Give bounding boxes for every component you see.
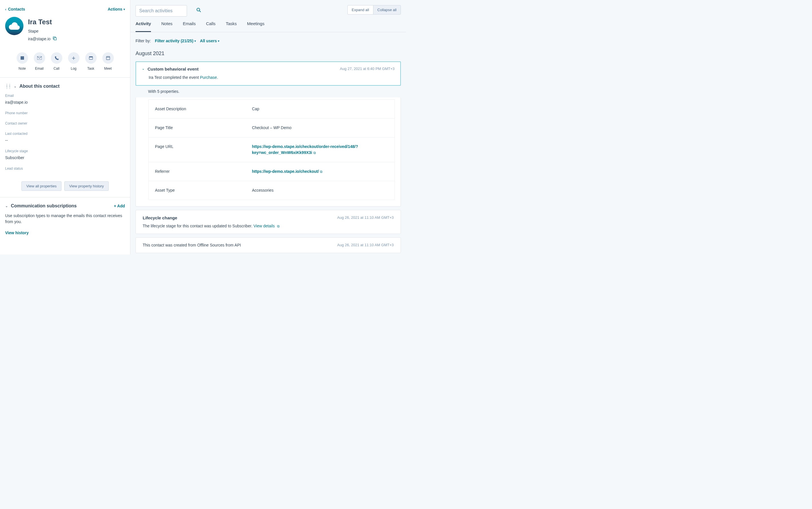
phone-field-label: Phone number	[5, 110, 125, 116]
expand-all-button[interactable]: Expand all	[347, 5, 373, 14]
comm-description: Use subscription types to manage the ema…	[0, 213, 130, 230]
contact-email: ira@stape.io	[28, 36, 51, 42]
leadstatus-field-label: Lead status	[5, 166, 125, 171]
svg-line-10	[199, 11, 201, 12]
about-section-toggle[interactable]: ⋮⋮⋮⋮ ⌄ About this contact	[0, 78, 130, 93]
lifecycle-field-value: Subscriber	[5, 155, 125, 161]
task-action[interactable]: Task	[85, 52, 97, 71]
property-link[interactable]: https://wp-demo.stape.io/checkout/order-…	[252, 144, 358, 155]
activity-panel: Expand all Collapse all Activity Notes E…	[130, 0, 406, 254]
email-icon	[37, 56, 42, 60]
behavioral-event-card-wrapper: ⌄ Custom behavioral event Aug 27, 2021 a…	[135, 61, 401, 207]
filter-by-label: Filter by:	[135, 38, 151, 44]
actions-label: Actions	[108, 6, 122, 12]
property-value: https://wp-demo.stape.io/checkout/order-…	[252, 137, 395, 162]
filter-users-label: All users	[200, 38, 217, 44]
actions-dropdown[interactable]: Actions ▾	[108, 6, 125, 12]
event-link[interactable]: Purchase	[200, 75, 217, 80]
note-action[interactable]: Note	[17, 52, 28, 71]
lifecycle-card-title: Lifecycle change	[143, 215, 280, 222]
email-field-value: ira@stape.io	[5, 99, 125, 105]
meet-action[interactable]: Meet	[102, 52, 114, 71]
cloud-icon	[8, 22, 20, 30]
caret-down-icon: ▾	[218, 39, 219, 43]
caret-down-icon: ▾	[194, 39, 196, 43]
event-props-count: With 5 properties.	[135, 86, 401, 97]
source-card-time: Aug 26, 2021 at 11:10 AM GMT+3	[337, 242, 394, 248]
left-sidebar: ‹ Contacts Actions ▾ Ira Test Stape ira@…	[0, 0, 130, 254]
phone-icon	[55, 56, 59, 60]
email-field-label: Email	[5, 93, 125, 98]
plus-icon: +	[72, 54, 75, 63]
contact-avatar	[5, 17, 24, 35]
event-card-title: Custom behavioral event	[148, 66, 198, 73]
tab-meetings[interactable]: Meetings	[247, 21, 264, 32]
lifecycle-field-label: Lifecycle stage	[5, 148, 125, 154]
log-action[interactable]: + Log	[68, 52, 80, 71]
caret-down-icon: ▾	[124, 7, 125, 11]
source-card-text: This contact was created from Offline So…	[143, 242, 241, 248]
tab-emails[interactable]: Emails	[183, 21, 195, 32]
back-to-contacts-link[interactable]: ‹ Contacts	[5, 6, 25, 12]
property-key: Asset Type	[149, 181, 252, 200]
property-key: Page Title	[149, 118, 252, 137]
external-link-icon: ⧉	[320, 170, 322, 174]
about-heading: About this contact	[20, 83, 60, 90]
tab-tasks[interactable]: Tasks	[226, 21, 237, 32]
email-action[interactable]: Email	[34, 52, 45, 71]
property-row: Page TitleCheckout – WP Demo	[149, 118, 395, 137]
svg-rect-5	[106, 57, 110, 60]
view-details-link[interactable]: View details	[254, 224, 275, 228]
lastcontact-field-value: --	[5, 137, 125, 143]
svg-rect-4	[89, 57, 93, 58]
property-row: Asset DescriptionCap	[149, 100, 395, 118]
collapse-all-button[interactable]: Collapse all	[373, 5, 401, 14]
comm-heading: Communication subscriptions	[11, 203, 76, 209]
search-input[interactable]	[139, 8, 196, 13]
chevron-down-icon[interactable]: ⌄	[142, 66, 145, 71]
external-link-icon: ⧉	[277, 224, 280, 228]
property-row: Page URLhttps://wp-demo.stape.io/checkou…	[149, 137, 395, 162]
lifecycle-card-time: Aug 26, 2021 at 11:10 AM GMT+3	[337, 215, 394, 220]
email-label: Email	[34, 66, 45, 71]
svg-point-9	[197, 8, 200, 11]
call-action[interactable]: Call	[51, 52, 62, 71]
property-row: Asset TypeAccessories	[149, 181, 395, 200]
contact-company: Stape	[28, 28, 57, 34]
tab-calls[interactable]: Calls	[206, 21, 215, 32]
task-label: Task	[85, 66, 97, 71]
copy-email-icon[interactable]	[53, 36, 57, 42]
chevron-down-icon: ⌄	[14, 84, 17, 89]
note-label: Note	[17, 66, 28, 71]
property-value: https://wp-demo.stape.io/checkout/⧉	[252, 162, 395, 181]
filter-activity-dropdown[interactable]: Filter activity (21/25) ▾	[155, 38, 196, 44]
log-label: Log	[68, 66, 80, 71]
drag-handle-icon[interactable]: ⋮⋮⋮⋮	[5, 84, 11, 88]
add-subscription-link[interactable]: + Add	[114, 203, 125, 209]
source-card: This contact was created from Offline So…	[135, 237, 401, 253]
svg-rect-1	[54, 38, 56, 40]
back-link-label: Contacts	[8, 6, 25, 12]
view-comm-history-link[interactable]: View history	[0, 230, 130, 241]
filter-activity-label: Filter activity (21/25)	[155, 38, 193, 44]
external-link-icon: ⧉	[313, 151, 316, 155]
property-key: Referrer	[149, 162, 252, 181]
tab-activity[interactable]: Activity	[135, 21, 151, 32]
tab-notes[interactable]: Notes	[161, 21, 173, 32]
property-value: Accessories	[252, 181, 395, 200]
view-all-properties-button[interactable]: View all properties	[22, 181, 61, 191]
search-activities-box[interactable]	[135, 5, 187, 16]
filter-users-dropdown[interactable]: All users ▾	[200, 38, 219, 44]
event-card-text: Ira Test completed the event Purchase.	[136, 74, 400, 85]
comm-section-toggle[interactable]: ⌄ Communication subscriptions	[5, 203, 76, 209]
property-value: Checkout – WP Demo	[252, 118, 395, 137]
view-property-history-button[interactable]: View property history	[64, 181, 108, 191]
property-value: Cap	[252, 100, 395, 118]
property-row: Referrerhttps://wp-demo.stape.io/checkou…	[149, 162, 395, 181]
meet-label: Meet	[102, 66, 114, 71]
event-card-time: Aug 27, 2021 at 6:40 PM GMT+3	[340, 66, 395, 72]
property-link[interactable]: https://wp-demo.stape.io/checkout/	[252, 169, 319, 174]
property-key: Asset Description	[149, 100, 252, 118]
search-icon[interactable]	[196, 8, 201, 14]
call-label: Call	[51, 66, 62, 71]
